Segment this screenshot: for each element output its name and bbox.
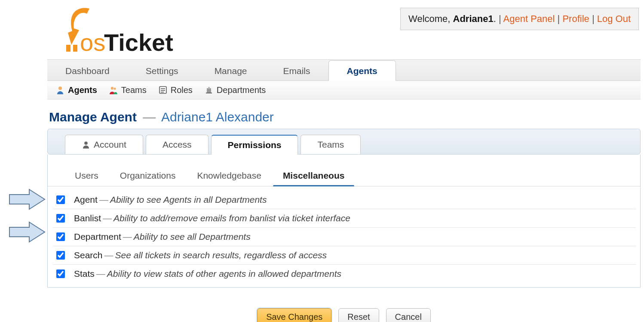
subnav-departments[interactable]: Departments [205,85,266,95]
permission-list: Agent—Ability to see Agents in all Depar… [48,186,640,287]
perm-desc: See all tickets in search results, regar… [115,250,327,260]
svg-point-14 [84,142,88,145]
nav-dashboard[interactable]: Dashboard [47,61,128,80]
tab-access[interactable]: Access [146,135,209,154]
perm-label: Banlist [74,213,101,223]
subnav-teams[interactable]: Teams [109,85,147,95]
svg-point-6 [113,87,116,90]
person-icon [56,86,64,94]
action-bar: Save Changes Reset Cancel [47,288,641,322]
perm-desc: Ability to see Agents in all Departments [110,195,267,204]
perm-row-search: Search—See all tickets in search results… [53,246,636,265]
welcome-bar: Welcome, Adriane1. | Agent Panel | Profi… [400,8,639,30]
perm-label: Agent [74,195,98,204]
tab-permissions[interactable]: Permissions [211,135,298,155]
perm-row-banlist: Banlist—Ability to add/remove emails fro… [53,209,636,228]
perm-checkbox-banlist[interactable] [56,214,65,223]
nav-agents[interactable]: Agents [328,60,396,81]
tab-account[interactable]: Account [65,135,143,154]
link-logout[interactable]: Log Out [597,13,631,24]
cancel-button[interactable]: Cancel [386,308,431,322]
svg-point-5 [111,87,113,90]
svg-rect-1 [73,45,77,52]
agent-card-tabs: Account Access Permissions Teams [47,129,641,155]
perm-desc: Ability to see all Departments [134,232,251,242]
page-title-agent: Adriane1 Alexander [161,110,274,124]
perm-row-stats: Stats—Ability to view stats of other age… [53,265,636,283]
svg-rect-13 [208,87,210,89]
logo-osticket: os Ticket [52,8,176,56]
people-icon [109,86,118,94]
tab-label: Access [163,139,192,150]
tab-label: Teams [317,139,344,150]
perm-row-department: Department—Ability to see all Department… [53,228,636,246]
user-icon [82,140,90,149]
perm-label: Stats [74,269,95,279]
subnav-label: Departments [217,85,266,95]
subnav-label: Agents [68,85,97,95]
perm-checkbox-agent[interactable] [56,195,65,204]
tab-label: Permissions [228,140,282,150]
svg-text:os: os [80,29,105,56]
annotation-arrow-2 [9,221,46,243]
subnav-label: Roles [171,85,193,95]
perm-row-agent: Agent—Ability to see Agents in all Depar… [53,191,636,209]
svg-point-4 [58,87,62,90]
welcome-prefix: Welcome, [408,13,453,24]
subnav-roles[interactable]: Roles [159,85,193,95]
svg-rect-12 [206,93,212,93]
subtab-organizations[interactable]: Organizations [110,167,186,186]
tab-teams[interactable]: Teams [301,135,361,154]
sub-nav: Agents Teams Roles Departments [47,81,641,99]
annotation-arrow-1 [9,189,46,210]
nav-emails[interactable]: Emails [265,61,328,80]
list-icon [159,86,167,94]
subnav-agents[interactable]: Agents [56,85,97,95]
perm-desc: Ability to add/remove emails from banlis… [113,213,350,223]
svg-text:Ticket: Ticket [104,29,173,56]
perm-checkbox-search[interactable] [56,251,65,260]
nav-settings[interactable]: Settings [128,61,196,80]
perm-label: Search [74,250,103,260]
permission-subtabs: Users Organizations Knowledgebase Miscel… [48,155,640,186]
link-profile[interactable]: Profile [562,13,589,24]
page-title-strong: Manage Agent [49,110,137,124]
subnav-label: Teams [121,85,147,95]
welcome-username: Adriane1 [453,13,494,24]
link-agent-panel[interactable]: Agent Panel [503,13,555,24]
perm-checkbox-department[interactable] [56,232,65,241]
nav-manage[interactable]: Manage [196,61,265,80]
reset-button[interactable]: Reset [338,308,379,322]
tab-label: Account [94,139,126,150]
building-icon [205,86,213,94]
page-title: Manage Agent — Adriane1 Alexander [47,99,641,129]
subtab-knowledgebase[interactable]: Knowledgebase [187,167,271,186]
perm-label: Department [74,232,121,242]
svg-rect-0 [66,45,71,52]
subtab-miscellaneous[interactable]: Miscellaneous [273,167,355,186]
subtab-users[interactable]: Users [65,167,108,186]
perm-desc: Ability to view stats of other agents in… [107,269,341,279]
save-button[interactable]: Save Changes [257,308,331,322]
perm-checkbox-stats[interactable] [56,269,65,278]
main-nav: Dashboard Settings Manage Emails Agents [47,59,641,81]
